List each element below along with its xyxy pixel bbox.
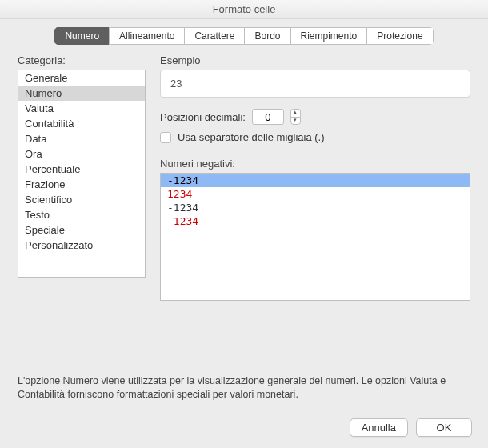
- category-item[interactable]: Valuta: [18, 101, 145, 116]
- negative-format-item[interactable]: -1234: [161, 174, 470, 187]
- negative-format-item[interactable]: 1234: [161, 187, 470, 201]
- category-item[interactable]: Ora: [18, 146, 145, 162]
- category-item[interactable]: Contabilità: [18, 116, 145, 131]
- thousands-checkbox[interactable]: [160, 132, 171, 143]
- tab-numero[interactable]: Numero: [54, 27, 109, 45]
- tab-carattere[interactable]: Carattere: [184, 27, 244, 45]
- decimals-stepper[interactable]: ▴ ▾: [290, 109, 301, 125]
- category-label: Categoria:: [18, 54, 146, 66]
- stepper-up-icon[interactable]: ▴: [290, 109, 301, 117]
- category-item[interactable]: Percentuale: [18, 162, 145, 177]
- category-item[interactable]: Speciale: [18, 222, 145, 238]
- category-list[interactable]: GeneraleNumeroValutaContabilitàDataOraPe…: [18, 70, 146, 278]
- negative-format-item[interactable]: -1234: [161, 214, 470, 228]
- tab-protezione[interactable]: Protezione: [366, 27, 433, 45]
- format-cells-dialog: Formato celle NumeroAllineamentoCaratter…: [0, 0, 488, 448]
- thousands-label: Usa separatore delle migliaia (.): [178, 131, 325, 143]
- tab-bordo[interactable]: Bordo: [244, 27, 290, 45]
- cancel-button[interactable]: Annulla: [350, 418, 408, 437]
- category-item[interactable]: Testo: [18, 207, 145, 222]
- negative-format-item[interactable]: -1234: [161, 201, 470, 214]
- decimals-label: Posizioni decimali:: [160, 111, 246, 123]
- example-label: Esempio: [160, 54, 470, 66]
- window-title: Formato celle: [0, 0, 488, 19]
- category-item[interactable]: Generale: [18, 70, 145, 86]
- decimals-input[interactable]: [252, 109, 284, 125]
- stepper-down-icon[interactable]: ▾: [290, 117, 301, 125]
- example-value: 23: [160, 70, 470, 98]
- tab-allineamento[interactable]: Allineamento: [109, 27, 184, 45]
- tab-riempimento[interactable]: Riempimento: [290, 27, 367, 45]
- negatives-list[interactable]: -12341234-1234-1234: [160, 173, 470, 301]
- category-item[interactable]: Frazione: [18, 177, 145, 192]
- tab-bar: NumeroAllineamentoCarattereBordoRiempime…: [0, 27, 488, 45]
- footer-description: L'opzione Numero viene utilizzata per la…: [18, 374, 470, 402]
- negatives-label: Numeri negativi:: [160, 158, 470, 170]
- ok-button[interactable]: OK: [416, 418, 472, 437]
- category-item[interactable]: Personalizzato: [18, 238, 145, 253]
- category-item[interactable]: Data: [18, 131, 145, 146]
- category-item[interactable]: Scientifico: [18, 192, 145, 207]
- category-item[interactable]: Numero: [18, 86, 145, 101]
